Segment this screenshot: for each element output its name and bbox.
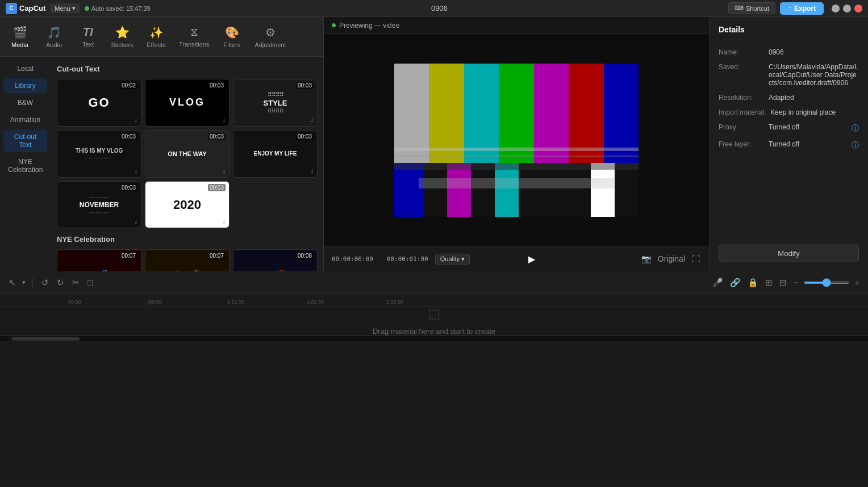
delete-button[interactable]: □ [86, 276, 94, 289]
download-icon[interactable]: ↓ [134, 217, 137, 225]
time-total: 00:00:01:00 [387, 255, 428, 263]
timeline-ruler: 00:00 |30:00 1:01:00 1:01:30 1:02:00 [0, 294, 868, 307]
tab-text[interactable]: TI Text [71, 22, 105, 51]
sidebar-item-nye[interactable]: NYE Celebration [3, 154, 47, 177]
export-button[interactable]: ↑ Export [780, 2, 824, 15]
proxy-info-icon[interactable]: ⓘ [852, 123, 859, 133]
cutout-grid: GO 00:02 ↓ VLOG 00:03 ↓ [57, 79, 318, 228]
stickers-icon: ⭐ [115, 26, 130, 39]
resolution-label: Resolution: [719, 94, 764, 102]
card-time: 00:07 [120, 252, 137, 259]
preview-controls: 00:00:00:00 00:00:01:00 Quality ▾ ▶ 📷 Or… [324, 246, 709, 271]
play-button[interactable]: ▶ [524, 251, 540, 267]
download-icon[interactable]: ↓ [310, 167, 314, 175]
tab-effects[interactable]: ✨ Effects [139, 22, 173, 52]
zoom-out-button[interactable]: − [792, 276, 800, 289]
nye-grid: NYE 🎆 00:07 NYE 🎇 00:07 [57, 249, 318, 271]
card-time: 00:03 [208, 82, 226, 89]
autosave-status: Auto saved: 15:47:39 [85, 5, 151, 12]
list-item[interactable]: THIS IS MY VLOG ................. 00:03 … [57, 130, 141, 178]
grid-button[interactable]: ⊞ [763, 276, 774, 289]
card-time: 00:07 [208, 252, 226, 259]
sidebar-item-cutout[interactable]: Cut-out Text [3, 129, 47, 152]
import-label: Import material: [719, 108, 766, 116]
freelayer-info-icon[interactable]: ⓘ [852, 140, 859, 150]
tab-adjustment[interactable]: ⚙ Adjustment [249, 22, 291, 52]
list-item[interactable]: NYE 🎉 00:08 [233, 249, 318, 271]
ruler-mark: |30:00 [148, 299, 227, 305]
snapshot-button[interactable]: 📷 [640, 253, 652, 265]
tab-transitions[interactable]: ⧖ Transitions [173, 22, 215, 51]
split2-button[interactable]: ⊟ [778, 276, 788, 289]
zoom-in-button[interactable]: + [853, 276, 861, 289]
cursor-dropdown[interactable]: ▾ [22, 279, 26, 286]
tab-filters[interactable]: 🎨 Filters [215, 22, 249, 52]
list-item[interactable]: ⠿⠿⠿⠿ STYLE ⠿⠿⠿⠿ 00:03 ↓ [233, 79, 318, 127]
lock-button[interactable]: 🔒 [746, 276, 760, 289]
list-item[interactable]: 2020 00:03 ↓ [145, 181, 229, 229]
timeline-scrollbar-thumb[interactable] [11, 337, 80, 341]
undo-button[interactable]: ↻ [55, 276, 66, 289]
list-item[interactable]: ENJOY MY LIFE 00:03 ↓ [233, 130, 318, 178]
tab-audio[interactable]: 🎵 Audio [37, 22, 71, 52]
minimize-button[interactable] [832, 5, 840, 12]
split-button[interactable]: ✂ [70, 276, 81, 289]
media-icon: 🎬 [13, 26, 27, 39]
zoom-slider[interactable] [804, 282, 849, 284]
app-logo: C CapCut [6, 3, 45, 14]
download-icon[interactable]: ↓ [310, 116, 314, 124]
list-item[interactable]: GO 00:02 ↓ [57, 79, 141, 127]
preview-right-controls: 📷 Original ⛶ [640, 253, 701, 265]
ruler-mark: 1:01:00 [227, 299, 307, 305]
sidebar-item-library[interactable]: Library [3, 78, 47, 93]
card-time: 00:03 [208, 184, 226, 191]
center-panel: Previewing — video [324, 17, 709, 271]
sidebar-item-local[interactable]: Local [3, 61, 47, 76]
nye-section-title: NYE Celebration [57, 235, 318, 244]
list-item[interactable]: ON THE WAY 00:03 ↓ [145, 130, 229, 178]
preview-header: Previewing — video [324, 17, 709, 34]
maximize-button[interactable] [843, 5, 851, 12]
list-item[interactable]: NYE 🎇 00:07 [145, 249, 229, 271]
project-name: 0906 [431, 4, 448, 12]
tab-media[interactable]: 🎬 Media [3, 22, 37, 52]
fullscreen-button[interactable]: ⛶ [691, 253, 701, 265]
list-item[interactable]: VLOG 00:03 ↓ [145, 79, 229, 127]
sidebar-item-animation[interactable]: Animation [3, 112, 47, 127]
timeline-scrollbar[interactable] [0, 335, 868, 341]
tab-stickers[interactable]: ⭐ Stickers [105, 22, 139, 52]
ruler-mark: 1:02:00 [386, 299, 466, 305]
shortcut-button[interactable]: ⌨ Shortcut [728, 2, 775, 14]
close-button[interactable] [854, 5, 862, 12]
import-value: Keep in original place [770, 108, 859, 116]
left-toolbar: 🎬 Media 🎵 Audio TI Text ⭐ Stickers ✨ [0, 17, 324, 271]
download-icon[interactable]: ↓ [222, 217, 226, 225]
sidebar-item-bw[interactable]: B&W [3, 95, 47, 110]
cursor-tool[interactable]: ↖ [7, 276, 18, 289]
menu-button[interactable]: Menu ▾ [50, 3, 80, 13]
detail-freelayer-row: Free layer: Turned off ⓘ [719, 140, 859, 150]
timeline-section: ↖ ▾ ↺ ↻ ✂ □ 🎤 🔗 🔒 ⊞ ⊟ − + 00:00 |30:00 1… [0, 271, 868, 487]
list-item[interactable]: • • • • • • • NOVEMBER • • • • • • • 00:… [57, 181, 141, 229]
download-icon[interactable]: ↓ [134, 116, 137, 124]
magnet-button[interactable]: 🔗 [728, 276, 742, 289]
download-icon[interactable]: ↓ [134, 167, 137, 175]
logo-icon: C [6, 3, 17, 14]
redo-button[interactable]: ↺ [40, 276, 51, 289]
quality-button[interactable]: Quality ▾ [435, 254, 470, 265]
window-controls [832, 5, 862, 12]
card-time: 00:03 [120, 184, 137, 191]
drop-icon: ⬚ [428, 307, 440, 321]
transitions-icon: ⧖ [190, 26, 198, 39]
time-current: 00:00:00:00 [332, 255, 373, 263]
list-item[interactable]: NYE 🎆 00:07 [57, 249, 141, 271]
modify-button[interactable]: Modify [719, 245, 859, 262]
timeline-toolbar: ↖ ▾ ↺ ↻ ✂ □ 🎤 🔗 🔒 ⊞ ⊟ − + [0, 271, 868, 294]
card-time: 00:02 [120, 82, 137, 89]
detail-import-row: Import material: Keep in original place [719, 108, 859, 116]
mic-button[interactable]: 🎤 [711, 276, 725, 289]
download-icon[interactable]: ↓ [222, 167, 226, 175]
download-icon[interactable]: ↓ [222, 116, 226, 124]
tool-tabs: 🎬 Media 🎵 Audio TI Text ⭐ Stickers ✨ [0, 17, 323, 57]
original-button[interactable]: Original [657, 253, 686, 265]
